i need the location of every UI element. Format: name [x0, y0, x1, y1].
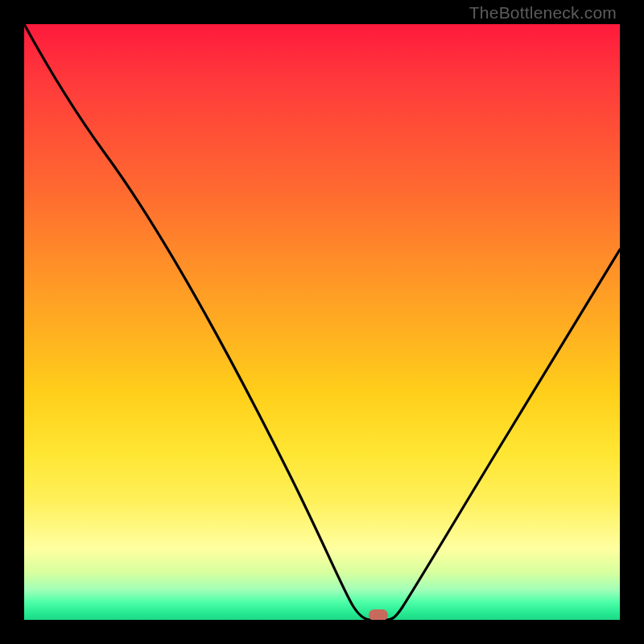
chart-frame: TheBottleneck.com	[0, 0, 644, 644]
bottleneck-marker	[369, 609, 388, 620]
curve-svg	[24, 24, 620, 620]
curve-path	[24, 24, 620, 620]
watermark-text: TheBottleneck.com	[469, 3, 617, 23]
plot-area	[24, 24, 620, 620]
